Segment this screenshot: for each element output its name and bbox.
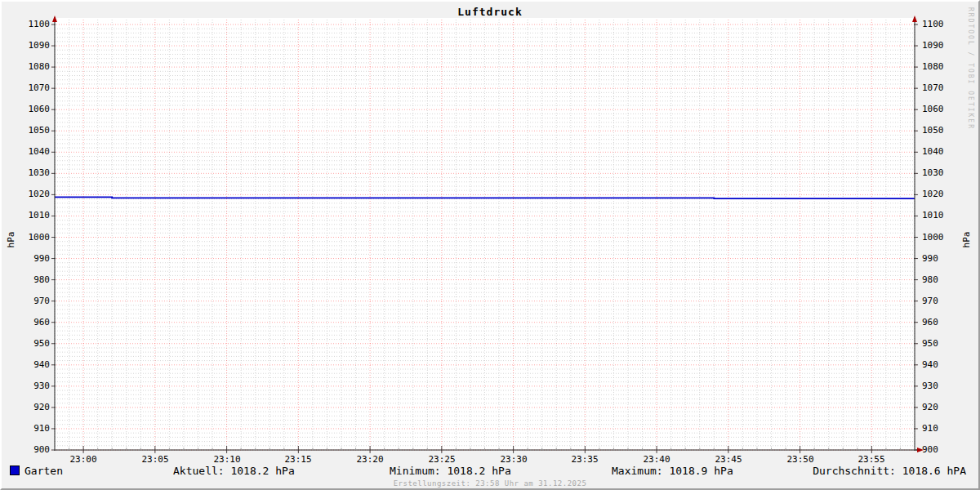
y-tick-label: 1080 [922,62,959,72]
stat-durchschnitt: Durchschnitt: 1018.6 hPA [813,465,966,477]
stat-maximum: Maximum: 1018.9 hPa [612,465,733,477]
y-tick-label: 980 [922,275,959,285]
series-legend-label: Garten [24,465,63,477]
y-tick-label: 1030 [922,168,959,178]
y-tick-label: 1050 [2,126,50,136]
y-tick-label: 1060 [922,105,959,114]
y-tick-label: 1040 [922,147,959,157]
x-tick-label: 23:30 [485,455,542,465]
y-tick-label: 950 [922,339,959,349]
y-tick-label: 1090 [922,41,959,51]
y-tick-label: 1010 [2,211,50,220]
y-tick-label: 1070 [2,83,50,93]
y-tick-label: 990 [2,254,50,264]
y-tick-label: 980 [2,275,50,285]
y-tick-label: 910 [922,424,959,434]
x-tick-label: 23:35 [556,455,613,465]
y-tick-label: 930 [2,381,50,391]
y-axis-right-title: hPa [961,226,972,254]
x-tick-label: 23:40 [628,455,685,465]
x-tick-label: 23:15 [270,455,327,465]
y-tick-label: 1070 [922,83,959,93]
y-tick-label: 1080 [2,62,50,72]
y-tick-label: 1020 [922,189,959,199]
legend-row: Garten Aktuell: 1018.2 hPa Minimum: 1018… [2,465,978,478]
x-tick-label: 23:05 [127,455,184,465]
y-tick-label: 910 [2,424,50,434]
y-tick-label: 970 [2,296,50,306]
y-tick-label: 930 [922,381,959,391]
y-tick-label: 900 [2,445,50,455]
stat-aktuell: Aktuell: 1018.2 hPa [173,465,295,477]
y-tick-label: 950 [2,339,50,349]
y-tick-label: 970 [922,296,959,306]
y-tick-label: 940 [2,360,50,370]
y-tick-label: 1050 [922,126,959,136]
y-tick-label: 1010 [922,211,959,220]
y-tick-label: 940 [922,360,959,370]
series-color-swatch [10,466,20,475]
y-tick-label: 960 [2,318,50,327]
y-tick-label: 1100 [2,20,50,29]
y-tick-label: 960 [922,318,959,327]
x-tick-label: 23:20 [341,455,399,465]
x-tick-label: 23:25 [413,455,470,465]
y-tick-label: 1100 [922,20,959,29]
stat-minimum: Minimum: 1018.2 hPa [390,465,511,477]
rrdtool-watermark: RRDTOOL / TOBI OETIKER [967,7,974,130]
y-tick-label: 1090 [2,41,50,51]
y-tick-label: 1040 [2,147,50,157]
y-tick-label: 900 [922,445,959,455]
y-tick-label: 920 [922,403,959,412]
x-tick-label: 23:55 [843,455,900,465]
y-tick-label: 1060 [2,105,50,114]
rrdtool-pressure-graph: Luftdruck 110010901080107010601050104010… [0,0,980,490]
creation-timestamp: Erstellungszeit: 23:58 Uhr am 31.12.2025 [2,479,978,488]
y-tick-label: 1030 [2,168,50,178]
x-tick-label: 23:50 [772,455,829,465]
x-tick-label: 23:00 [55,455,112,465]
y-tick-label: 1000 [922,233,959,243]
y-axis-left-title: hPa [6,226,16,254]
y-tick-label: 990 [922,254,959,264]
x-tick-label: 23:45 [700,455,757,465]
plot-canvas [2,2,980,490]
x-tick-label: 23:10 [198,455,256,465]
y-tick-label: 1020 [2,189,50,199]
y-tick-label: 920 [2,403,50,412]
